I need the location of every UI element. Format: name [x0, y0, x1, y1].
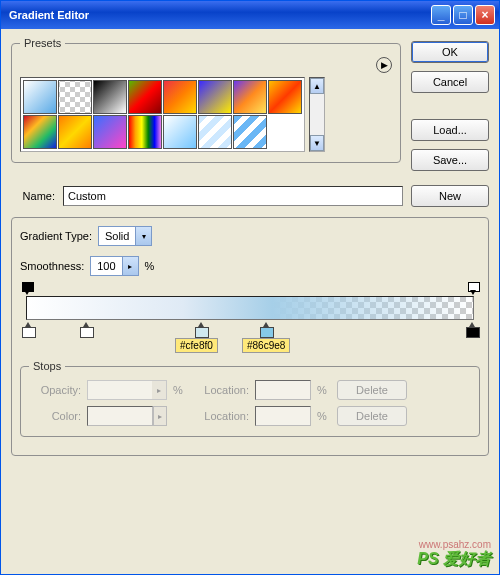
window-buttons: _ □ ×	[431, 5, 495, 25]
gradient-preview-bar[interactable]	[26, 296, 474, 320]
opacity-stop-left[interactable]	[22, 282, 32, 294]
gradient-type-label: Gradient Type:	[20, 230, 92, 242]
color-location-input	[255, 406, 311, 426]
preset-swatch-grid	[20, 77, 305, 152]
preset-swatch[interactable]	[198, 80, 232, 114]
color-callout-1: #cfe8f0	[175, 338, 218, 353]
color-stop-3[interactable]	[195, 322, 207, 336]
color-well: ▸	[87, 406, 167, 426]
smoothness-label: Smoothness:	[20, 260, 84, 272]
percent-sign: %	[317, 384, 331, 396]
maximize-button[interactable]: □	[453, 5, 473, 25]
color-stop-1[interactable]	[22, 322, 34, 336]
opacity-input: ▸	[87, 380, 167, 400]
color-stop-4[interactable]	[260, 322, 272, 336]
window-title: Gradient Editor	[5, 9, 431, 21]
gradient-settings-fieldset: Gradient Type: Solid ▾ Smoothness: 100 ▸…	[11, 217, 489, 456]
preset-swatch[interactable]	[233, 115, 267, 149]
chevron-down-icon: ▾	[135, 227, 151, 245]
opacity-location-input	[255, 380, 311, 400]
location-label: Location:	[193, 384, 249, 396]
color-stop-5[interactable]	[466, 322, 478, 336]
footer-logo: PS 爱好者	[417, 549, 491, 570]
name-input[interactable]	[63, 186, 403, 206]
minimize-button[interactable]: _	[431, 5, 451, 25]
name-label: Name:	[11, 190, 55, 202]
new-button[interactable]: New	[411, 185, 489, 207]
scroll-track[interactable]	[310, 94, 324, 135]
opacity-label: Opacity:	[29, 384, 81, 396]
flyout-icon: ▸	[152, 381, 166, 399]
preset-swatch[interactable]	[128, 80, 162, 114]
preset-swatch[interactable]	[23, 115, 57, 149]
gradient-type-value: Solid	[99, 230, 135, 242]
stops-fieldset: Stops Opacity: ▸ % Location: % Delete Co…	[20, 360, 480, 437]
close-button[interactable]: ×	[475, 5, 495, 25]
preset-swatch[interactable]	[23, 80, 57, 114]
percent-sign: %	[317, 410, 331, 422]
preset-swatch[interactable]	[58, 80, 92, 114]
preset-swatch[interactable]	[93, 80, 127, 114]
side-buttons: OK Cancel Load... Save...	[411, 37, 489, 171]
presets-menu-icon[interactable]: ▶	[376, 57, 392, 73]
flyout-icon: ▸	[153, 406, 167, 426]
gradient-type-select[interactable]: Solid ▾	[98, 226, 152, 246]
color-label: Color:	[29, 410, 81, 422]
color-callout-2: #86c9e8	[242, 338, 290, 353]
delete-color-stop-button: Delete	[337, 406, 407, 426]
preset-swatch[interactable]	[163, 115, 197, 149]
ok-button[interactable]: OK	[411, 41, 489, 63]
preset-swatch[interactable]	[268, 80, 302, 114]
opacity-stop-right[interactable]	[468, 282, 478, 294]
stops-legend: Stops	[29, 360, 65, 372]
preset-swatch[interactable]	[233, 80, 267, 114]
presets-scrollbar[interactable]: ▲ ▼	[309, 77, 325, 152]
gradient-editor-window: Gradient Editor 思缘设计论坛 WWW.MISSYUAN.COM …	[0, 0, 500, 575]
gradient-bar-area: #cfe8f0 #86c9e8	[20, 282, 480, 338]
smoothness-input[interactable]: 100 ▸	[90, 256, 138, 276]
percent-sign: %	[145, 260, 155, 272]
preset-swatch[interactable]	[198, 115, 232, 149]
delete-opacity-stop-button: Delete	[337, 380, 407, 400]
smoothness-value: 100	[91, 260, 121, 272]
preset-swatch[interactable]	[93, 115, 127, 149]
color-stop-2[interactable]	[80, 322, 92, 336]
load-button[interactable]: Load...	[411, 119, 489, 141]
save-button[interactable]: Save...	[411, 149, 489, 171]
dialog-content: Presets ▶ ▲ ▼ OK Cancel Load... Save...	[1, 29, 499, 574]
presets-legend: Presets	[20, 37, 65, 49]
location-label: Location:	[193, 410, 249, 422]
presets-fieldset: Presets ▶ ▲ ▼	[11, 37, 401, 163]
preset-swatch[interactable]	[58, 115, 92, 149]
percent-sign: %	[173, 384, 187, 396]
titlebar[interactable]: Gradient Editor 思缘设计论坛 WWW.MISSYUAN.COM …	[1, 1, 499, 29]
scroll-up-icon[interactable]: ▲	[310, 78, 324, 94]
preset-swatch[interactable]	[163, 80, 197, 114]
scroll-down-icon[interactable]: ▼	[310, 135, 324, 151]
cancel-button[interactable]: Cancel	[411, 71, 489, 93]
smoothness-flyout-icon: ▸	[122, 257, 138, 275]
preset-swatch[interactable]	[128, 115, 162, 149]
